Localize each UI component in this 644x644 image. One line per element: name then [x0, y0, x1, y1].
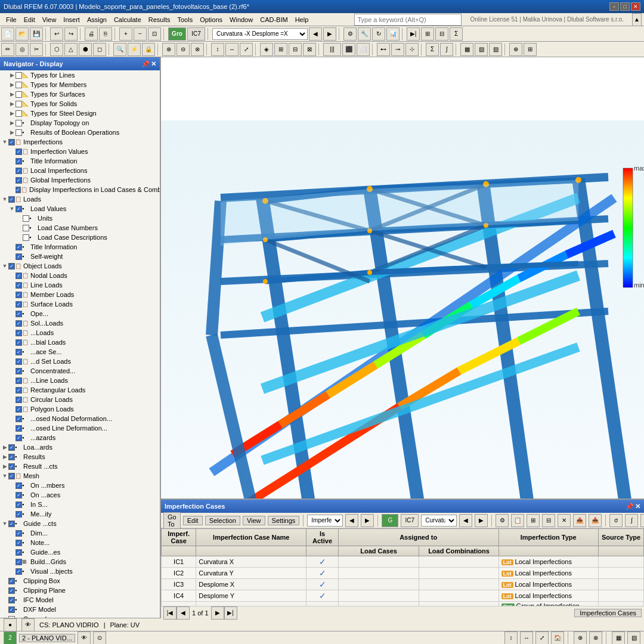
- checkbox-19[interactable]: [16, 253, 22, 260]
- model-label[interactable]: 2 - PLANO VID...: [19, 634, 75, 642]
- tree-item-24[interactable]: 📋Surface Loads: [0, 299, 160, 309]
- checkbox-3[interactable]: [16, 101, 22, 107]
- tb2-22[interactable]: ⬛: [342, 43, 355, 56]
- tb2-27[interactable]: Σ: [426, 43, 439, 56]
- tb2-4[interactable]: ⬡: [50, 43, 63, 56]
- nav-pin-button[interactable]: 📌: [141, 60, 150, 68]
- tree-item-29[interactable]: ▪...ace Se...: [0, 347, 160, 357]
- tb2-26[interactable]: ⊹: [405, 43, 419, 56]
- table-row-4[interactable]: IC5 ✓ 1,9,17,25,33,41,49,... Gro Group o…: [162, 602, 644, 606]
- menu-help[interactable]: Help: [292, 15, 312, 24]
- checkbox-31[interactable]: [16, 368, 22, 374]
- checkbox-49[interactable]: [16, 540, 22, 546]
- table-row-0[interactable]: IC1 ✓ Lot Local Imperfections: [162, 556, 644, 568]
- maximize-button[interactable]: □: [620, 2, 630, 11]
- checkbox-35[interactable]: [16, 406, 22, 413]
- filter-btn[interactable]: 🔧: [358, 27, 371, 41]
- view-mode-btn[interactable]: ●: [4, 618, 17, 631]
- t3[interactable]: ⊟: [435, 27, 448, 41]
- checkbox-20[interactable]: [8, 263, 15, 270]
- tree-item-37[interactable]: ▪...osed Line Deformation...: [0, 423, 160, 433]
- tb2-12[interactable]: ⊖: [177, 43, 190, 56]
- cell-name-2[interactable]: [196, 579, 306, 590]
- tree-item-51[interactable]: ⊞Build...Grids: [0, 557, 160, 566]
- bt1[interactable]: ⚙: [496, 514, 509, 527]
- search-input[interactable]: [354, 14, 462, 26]
- checkbox-56[interactable]: [8, 606, 15, 613]
- tree-item-7[interactable]: ▼📋Imperfections: [0, 137, 160, 147]
- tb2-33[interactable]: ⊞: [524, 43, 537, 56]
- checkbox-50[interactable]: [16, 549, 22, 556]
- tb2-16[interactable]: ⤢: [240, 43, 253, 56]
- ic-next[interactable]: ▶: [475, 514, 488, 527]
- checkbox-16[interactable]: [23, 225, 29, 231]
- sb-eye[interactable]: 👁: [78, 631, 91, 645]
- bt5[interactable]: ✕: [558, 514, 571, 527]
- checkbox-29[interactable]: [16, 349, 22, 355]
- close-button[interactable]: ✕: [631, 2, 640, 11]
- checkbox-17[interactable]: [23, 234, 29, 241]
- zoom-in-btn[interactable]: +: [119, 27, 132, 41]
- tb2-13[interactable]: ⊗: [191, 43, 204, 56]
- checkbox-23[interactable]: [16, 292, 22, 298]
- next-page[interactable]: ▶: [211, 606, 224, 620]
- tree-item-40[interactable]: ▶▪Results: [0, 452, 160, 462]
- checkbox-52[interactable]: [16, 568, 22, 575]
- tree-item-27[interactable]: 📋...Loads: [0, 328, 160, 338]
- tree-item-0[interactable]: ▶📐Types for Lines: [0, 70, 160, 80]
- checkbox-43[interactable]: [16, 482, 22, 489]
- checkbox-10[interactable]: [16, 168, 22, 174]
- checkbox-18[interactable]: [16, 244, 22, 250]
- bt6[interactable]: 📤: [573, 514, 586, 527]
- open-btn[interactable]: 📂: [16, 27, 29, 41]
- sbt2[interactable]: ↔: [520, 631, 533, 645]
- tb2-25[interactable]: ⊸: [391, 43, 404, 56]
- sbt6[interactable]: ⊗: [589, 631, 602, 645]
- cell-active-3[interactable]: ✓: [306, 590, 338, 602]
- checkbox-51[interactable]: [16, 559, 22, 565]
- redo-btn[interactable]: ↪: [64, 27, 78, 41]
- tree-item-23[interactable]: 📋Member Loads: [0, 290, 160, 299]
- checkbox-37[interactable]: [16, 425, 22, 432]
- tb2-30[interactable]: ▧: [475, 43, 488, 56]
- tree-item-22[interactable]: 📋Line Loads: [0, 280, 160, 290]
- tb2-1[interactable]: ✏: [1, 43, 14, 56]
- calc-btn[interactable]: Gro: [168, 27, 186, 41]
- checkbox-9[interactable]: [16, 158, 22, 165]
- checkbox-41[interactable]: [8, 463, 15, 470]
- tree-item-31[interactable]: ▪Concentrated...: [0, 366, 160, 376]
- tb2-31[interactable]: ▨: [489, 43, 502, 56]
- cell-name-3[interactable]: [196, 590, 306, 602]
- tree-item-21[interactable]: 📋Nodal Loads: [0, 271, 160, 280]
- tree-item-6[interactable]: ▶▪Results of Boolean Operations: [0, 128, 160, 137]
- print-btn[interactable]: 🖨: [85, 27, 98, 41]
- tree-item-52[interactable]: ▪Visual ...bjects: [0, 566, 160, 576]
- tree-item-14[interactable]: ▼▪Load Values: [0, 204, 160, 213]
- checkbox-53[interactable]: [8, 578, 15, 584]
- undo-btn[interactable]: ↩: [50, 27, 63, 41]
- checkbox-27[interactable]: [16, 330, 22, 336]
- ic7-btn[interactable]: IC7: [187, 27, 205, 41]
- tb2-8[interactable]: 🔍: [113, 43, 126, 56]
- tab-label[interactable]: Imperfection Cases: [574, 609, 642, 617]
- menu-cadbim[interactable]: CAD-BIM: [256, 15, 291, 24]
- checkbox-7[interactable]: [8, 139, 15, 145]
- imperf-nav-combo[interactable]: Imperfections: [307, 515, 343, 527]
- checkbox-22[interactable]: [16, 282, 22, 289]
- checkbox-36[interactable]: [16, 416, 22, 422]
- tb2-11[interactable]: ⊕: [162, 43, 175, 56]
- checkbox-42[interactable]: [8, 473, 15, 479]
- tree-item-55[interactable]: ▪IFC Model: [0, 595, 160, 605]
- expand-button[interactable]: ▲: [632, 13, 642, 26]
- result-combo[interactable]: Curvatura -X Desplome =X: [212, 28, 308, 40]
- copy-btn[interactable]: ⎘: [99, 27, 112, 41]
- tree-item-13[interactable]: ▼📋Loads: [0, 194, 160, 204]
- tree-item-32[interactable]: 📋...Line Loads: [0, 376, 160, 385]
- prev-page[interactable]: ◀: [177, 606, 190, 620]
- cell-name-0[interactable]: [196, 556, 306, 568]
- cell-active-2[interactable]: ✓: [306, 579, 338, 590]
- tree-item-48[interactable]: ▪Dim...: [0, 528, 160, 538]
- tree-item-36[interactable]: ▪...osed Nodal Deformation...: [0, 414, 160, 423]
- tb2-28[interactable]: ∫: [440, 43, 453, 56]
- tree-item-20[interactable]: ▼📋Object Loads: [0, 261, 160, 271]
